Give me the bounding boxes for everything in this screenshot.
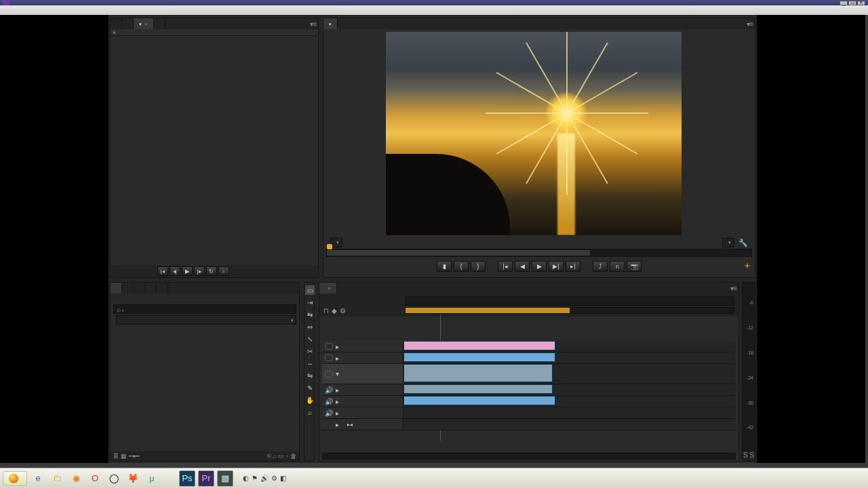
find-icon[interactable]: ⌕ (273, 453, 276, 460)
export-frame-button[interactable]: 📷 (627, 261, 642, 272)
add-button-icon[interactable]: ＋ (743, 260, 752, 272)
mark-clip-out-button[interactable]: } (471, 261, 486, 272)
goto-out-button[interactable]: ▸| (566, 261, 580, 272)
speaker-icon[interactable]: 🔊 (325, 398, 333, 405)
project-search-input[interactable]: ⌕▾ (113, 304, 296, 314)
step-back-button[interactable]: ◀ (515, 261, 530, 272)
toggle-track-icon[interactable] (325, 371, 333, 378)
toggle-track-icon[interactable] (325, 343, 333, 350)
play-button[interactable]: ▶ (532, 261, 547, 272)
zoom-tool-icon[interactable]: ⌕ (305, 407, 315, 417)
track-video-3[interactable]: ▸ (322, 341, 736, 352)
clip-v2[interactable] (403, 352, 555, 362)
chrome-icon[interactable]: ◯ (106, 470, 122, 487)
resolution-select[interactable]: ▾ (722, 238, 734, 247)
mark-in-button[interactable]: ▮ (437, 261, 452, 272)
new-bin-icon[interactable]: ▭ (278, 453, 284, 460)
taskbar-app[interactable]: ▦ (217, 470, 233, 487)
tray-icon[interactable]: ⚑ (252, 474, 258, 482)
play-button[interactable]: ▶ (182, 266, 193, 276)
slide-tool-icon[interactable]: ⇋ (305, 371, 315, 380)
goto-in-button[interactable]: |◂ (157, 266, 168, 276)
start-button[interactable] (3, 471, 27, 486)
tab-metadata[interactable] (154, 18, 165, 29)
tab-markers[interactable] (157, 283, 168, 293)
taskbar-photoshop[interactable]: Ps (179, 470, 195, 487)
razor-tool-icon[interactable]: ✂ (305, 346, 315, 356)
icon-view-icon[interactable]: ▦ (121, 453, 127, 460)
restore-button[interactable]: ▭ (848, 1, 856, 5)
close-tab-icon[interactable]: × (144, 21, 148, 27)
wrench-icon[interactable]: 🔧 (738, 239, 748, 247)
selection-tool-icon[interactable]: ▭ (305, 285, 315, 295)
timeline-scrollbar[interactable] (322, 453, 736, 460)
mark-clip-in-button[interactable]: { (454, 261, 469, 272)
tab-effect-controls[interactable] (122, 18, 134, 29)
tab-source-clips[interactable] (111, 18, 122, 29)
lift-button[interactable]: ⤴ (593, 261, 608, 272)
program-viewport[interactable] (386, 32, 682, 235)
toggle-track-icon[interactable] (325, 354, 333, 361)
tab-media-browser[interactable] (122, 283, 134, 293)
taskbar-premiere[interactable]: Pr (198, 470, 214, 487)
extract-button[interactable]: ⎌ (610, 261, 625, 272)
time-ruler[interactable] (405, 296, 734, 306)
slip-tool-icon[interactable]: ↔ (305, 359, 315, 368)
utorrent-icon[interactable]: μ (144, 470, 160, 487)
ripple-tool-icon[interactable]: ⇆ (305, 310, 315, 319)
close-tab-icon[interactable]: × (328, 285, 331, 291)
speaker-icon[interactable]: 🔊 (325, 386, 333, 394)
track-audio-3[interactable]: 🔊▸ (322, 407, 736, 419)
tab-sequence[interactable]: × (319, 283, 337, 293)
solo-icon[interactable]: S S (743, 451, 755, 461)
new-item-icon[interactable]: ▫ (286, 453, 288, 460)
snap-icon[interactable]: ⊓ (323, 307, 329, 314)
zoom-bar[interactable] (405, 307, 734, 314)
tab-project[interactable] (111, 283, 122, 293)
ie-icon[interactable]: e (30, 470, 46, 487)
track-audio-2[interactable]: 🔊▸ (322, 396, 736, 407)
step-fwd-button[interactable]: |▸ (194, 266, 205, 276)
marker-icon[interactable]: ◆ (332, 307, 337, 314)
tray-icon[interactable]: 🔊 (260, 474, 269, 482)
hand-tool-icon[interactable]: ✋ (305, 395, 315, 405)
program-scrubber[interactable] (326, 249, 752, 257)
panel-menu-icon[interactable]: ▾≡ (745, 20, 755, 28)
track-master[interactable]: ▸▸◂ (322, 419, 736, 430)
trash-icon[interactable]: 🗑 (290, 453, 296, 460)
minimize-button[interactable]: _ (840, 1, 848, 5)
speaker-icon[interactable]: 🔊 (325, 409, 333, 417)
zoom-slider[interactable]: ━●━ (129, 453, 139, 460)
pen-tool-icon[interactable]: ✎ (305, 383, 315, 392)
wmp-icon[interactable]: ◉ (68, 470, 84, 487)
step-fwd-button[interactable]: ▶| (549, 261, 564, 272)
clip-a1[interactable] (403, 384, 553, 394)
clip-v1[interactable] (403, 364, 553, 382)
tray-icon[interactable]: ◐ (243, 474, 249, 482)
track-video-2[interactable]: ▸ (322, 352, 736, 364)
list-view-icon[interactable]: ≣ (113, 453, 119, 460)
tray-icon[interactable]: ◧ (280, 474, 286, 482)
step-back-button[interactable]: ◂| (170, 266, 180, 276)
track-video-1[interactable]: ▾ (322, 364, 736, 384)
rolling-tool-icon[interactable]: ⇔ (305, 322, 315, 331)
close-button[interactable]: ✕ (857, 1, 865, 5)
settings-icon[interactable]: ⚙ (340, 307, 346, 314)
panel-menu-icon[interactable]: ▾≡ (729, 285, 738, 292)
track-select-tool-icon[interactable]: ⇥ (305, 298, 315, 307)
playhead-marker-icon[interactable] (327, 244, 332, 249)
firefox-icon[interactable]: 🦊 (125, 470, 141, 487)
goto-in-button[interactable]: |◂ (498, 261, 513, 272)
tab-program[interactable]: ▾ (323, 18, 338, 29)
record-button[interactable]: ● (218, 266, 229, 276)
loop-button[interactable]: ↻ (206, 266, 217, 276)
clip-a2[interactable] (403, 396, 555, 405)
tray-icon[interactable]: ⚙ (271, 474, 277, 482)
rate-stretch-tool-icon[interactable]: ⤡ (305, 334, 315, 344)
opera-icon[interactable]: O (87, 470, 103, 487)
panel-menu-icon[interactable]: ▾≡ (309, 20, 318, 28)
track-audio-1[interactable]: 🔊▸ (322, 384, 736, 396)
automate-icon[interactable]: ⎘ (267, 453, 271, 460)
tab-effects[interactable] (145, 283, 157, 293)
tab-info[interactable] (134, 283, 145, 293)
